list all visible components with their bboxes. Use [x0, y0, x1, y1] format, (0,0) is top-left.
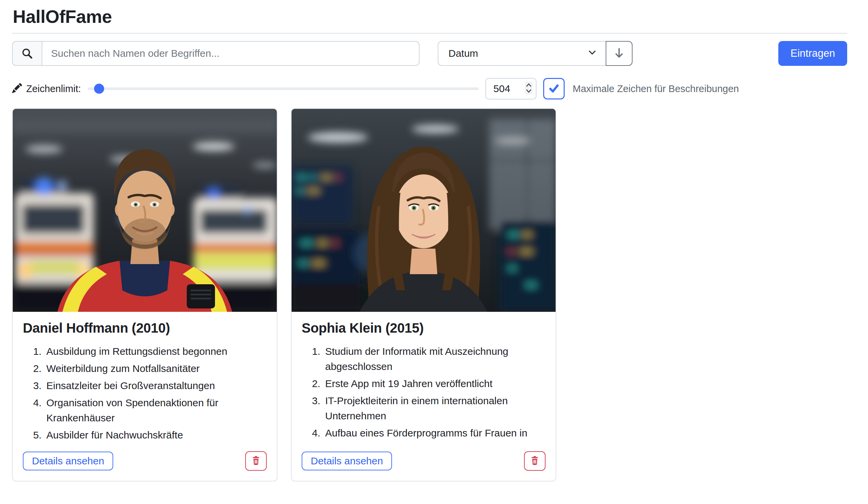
char-limit-input[interactable]: 504 [485, 78, 536, 100]
achievement-item: Erste App mit 19 Jahren veröffentlicht [323, 376, 546, 391]
number-stepper-icon[interactable] [524, 80, 533, 97]
sort-direction-button[interactable] [606, 41, 632, 66]
achievement-item: Ausbildung im Rettungsdienst begonnen [44, 344, 267, 359]
achievement-item: Aufbau eines Förderprogramms für Frauen … [323, 425, 546, 441]
sort-select-value: Datum [448, 48, 478, 59]
card-title: Daniel Hoffmann (2010) [23, 320, 267, 336]
delete-button[interactable] [245, 451, 267, 471]
achievement-item: Einsatzleiter bei Großveranstaltungen [44, 378, 267, 393]
achievement-list: Studium der Informatik mit Auszeichnung … [302, 344, 546, 443]
card-actions: Details ansehen [302, 444, 546, 471]
sort-controls: Datum [438, 41, 632, 66]
details-button[interactable]: Details ansehen [302, 452, 392, 470]
toolbar: Datum Eintragen [12, 41, 847, 66]
card-body: Daniel Hoffmann (2010) Ausbildung im Ret… [13, 312, 277, 481]
trash-icon [251, 456, 261, 467]
char-limit-row: Zeichenlimit: 504 Maximale Zeichen für B… [12, 78, 847, 100]
portrait-photo-it-specialist [292, 109, 556, 312]
apply-limit-checkbox[interactable] [543, 78, 565, 100]
pencil-icon [12, 83, 22, 94]
page: HallOfFame Datum [0, 0, 868, 504]
card-body: Sophia Klein (2015) Studium der Informat… [292, 312, 556, 481]
achievement-list: Ausbildung im Rettungsdienst begonnen We… [23, 344, 267, 444]
card-title: Sophia Klein (2015) [302, 320, 546, 336]
slider-thumb[interactable] [94, 84, 104, 94]
delete-button[interactable] [524, 451, 546, 471]
arrow-down-icon [613, 47, 625, 60]
achievement-item: IT-Projektleiterin in einem internationa… [323, 393, 546, 423]
achievement-item: Weiterbildung zum Notfallsanitäter [44, 361, 267, 376]
char-limit-helper: Maximale Zeichen für Beschreibungen [573, 83, 739, 94]
search-group [12, 41, 420, 66]
add-entry-button[interactable]: Eintragen [778, 41, 847, 66]
sort-select[interactable]: Datum [438, 41, 606, 66]
trash-icon [530, 456, 539, 467]
header-divider [12, 33, 847, 34]
char-limit-value: 504 [494, 83, 524, 94]
card-actions: Details ansehen [23, 444, 267, 471]
search-icon [12, 41, 42, 66]
checkmark-icon [548, 83, 560, 95]
portrait-photo-paramedic [13, 109, 277, 312]
card-grid: Daniel Hoffmann (2010) Ausbildung im Ret… [12, 108, 847, 482]
achievement-item: Studium der Informatik mit Auszeichnung … [323, 344, 546, 374]
achievement-item: Organisation von Spendenaktionen für Kra… [44, 395, 267, 425]
details-button[interactable]: Details ansehen [23, 452, 113, 470]
char-limit-slider[interactable] [88, 88, 479, 90]
app-title: HallOfFame [13, 6, 847, 27]
person-card: Sophia Klein (2015) Studium der Informat… [291, 108, 556, 482]
achievement-item: Ausbilder für Nachwuchskräfte [44, 428, 267, 443]
char-limit-label: Zeichenlimit: [26, 83, 81, 94]
person-card: Daniel Hoffmann (2010) Ausbildung im Ret… [12, 108, 278, 482]
search-input[interactable] [42, 41, 420, 66]
chevron-down-icon [588, 48, 597, 60]
